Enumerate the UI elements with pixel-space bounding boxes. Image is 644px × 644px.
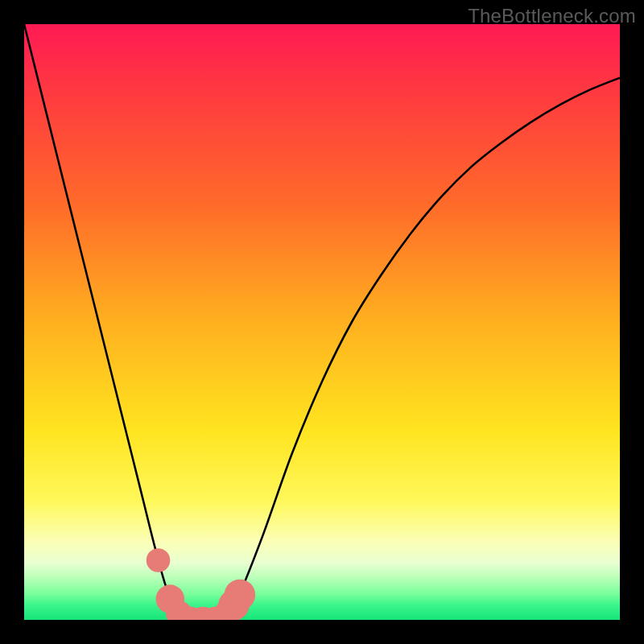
watermark-text: TheBottleneck.com [468,5,636,27]
highlight-marker [147,548,171,572]
bottleneck-chart [24,24,620,620]
plot-background [24,24,620,620]
highlight-marker [225,580,255,610]
chart-frame: TheBottleneck.com [0,0,644,644]
